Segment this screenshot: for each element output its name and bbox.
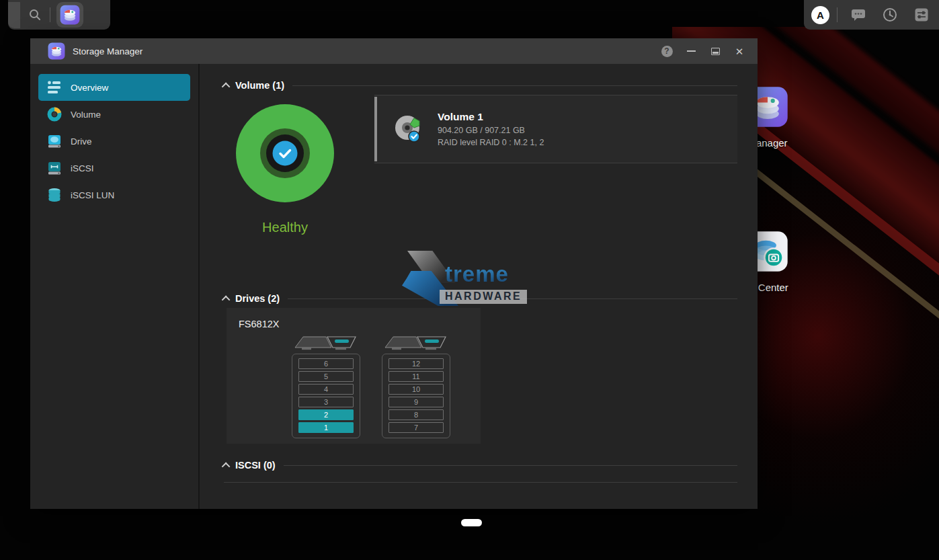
- volume-card[interactable]: Volume 1 904.20 GB / 907.21 GB RAID leve…: [374, 95, 737, 163]
- drive-icon: [46, 133, 63, 149]
- drive-slot[interactable]: 3: [298, 397, 354, 407]
- drive-slot[interactable]: 7: [389, 422, 444, 433]
- sidebar-item-label: iSCSI: [71, 163, 94, 173]
- section-divider: [292, 85, 737, 86]
- health-donut-chart: [236, 104, 334, 202]
- storage-manager-app-icon: [48, 42, 65, 60]
- close-icon: ✕: [735, 46, 744, 56]
- drive-slot[interactable]: 2: [298, 409, 354, 420]
- taskbar-divider: [837, 7, 838, 22]
- window-titlebar[interactable]: Storage Manager ? ✕: [30, 38, 758, 64]
- volume-health-summary: Healthy: [224, 92, 346, 235]
- taskbar-right-cluster: A: [804, 0, 939, 30]
- drive-slot[interactable]: 1: [298, 422, 354, 433]
- maximize-button[interactable]: [705, 42, 725, 60]
- sidebar-item-label: iSCSI LUN: [71, 190, 114, 200]
- health-status-label: Healthy: [262, 220, 308, 235]
- iscsi-lun-cylinder-icon: [46, 187, 63, 203]
- volume-section-header[interactable]: Volume (1): [224, 80, 737, 91]
- chevron-up-icon: [222, 462, 231, 471]
- sidebar-item-label: Drive: [71, 136, 92, 147]
- drive-enclosure-2: 12 11 10 9 8 7: [381, 335, 451, 438]
- main-content: Volume (1) Healthy: [200, 64, 758, 509]
- drive-slot[interactable]: 12: [389, 358, 444, 369]
- section-title: ISCSI (0): [235, 460, 276, 471]
- minimize-icon: [687, 50, 696, 52]
- volume-donut-icon: [46, 106, 63, 122]
- volume-capacity: 904.20 GB / 907.21 GB: [438, 126, 544, 135]
- section-divider: [288, 298, 737, 299]
- checkmark-icon: [278, 148, 292, 159]
- taskbar-divider: [50, 7, 50, 22]
- minimize-button[interactable]: [681, 42, 701, 60]
- sidebar-item-volume[interactable]: Volume: [38, 101, 190, 128]
- drive-slot[interactable]: 4: [298, 384, 354, 395]
- system-monitor-icon: [883, 7, 897, 22]
- drive-slot[interactable]: 8: [389, 409, 444, 420]
- volume-disc-icon: [392, 112, 425, 146]
- sliders-icon: [914, 7, 929, 22]
- enclosure-chassis-icon: [292, 335, 360, 352]
- taskbar-edge-tab: [8, 2, 20, 28]
- help-icon: ?: [661, 46, 673, 57]
- sidebar: Overview Volume: [30, 64, 200, 509]
- drive-enclosure-1: 6 5 4 3 2 1: [291, 335, 361, 438]
- drive-slot[interactable]: 9: [389, 397, 444, 407]
- sidebar-item-iscsi-lun[interactable]: iSCSI LUN: [38, 182, 190, 208]
- drives-panel: FS6812X 6: [227, 308, 481, 444]
- search-icon: [28, 8, 42, 22]
- user-avatar[interactable]: A: [811, 6, 829, 24]
- sidebar-item-label: Volume: [71, 110, 101, 120]
- search-button[interactable]: [20, 0, 50, 30]
- drive-slot[interactable]: 6: [298, 358, 354, 369]
- sidebar-item-iscsi[interactable]: iSCSI: [38, 155, 190, 182]
- system-monitor-button[interactable]: [880, 6, 900, 24]
- taskbar-storage-manager-button[interactable]: [56, 2, 83, 28]
- drive-slot[interactable]: 10: [389, 384, 444, 395]
- storage-manager-app-icon: [60, 5, 80, 25]
- drives-section-header[interactable]: Drives (2): [224, 293, 737, 304]
- volume-name: Volume 1: [438, 111, 544, 123]
- sidebar-item-drive[interactable]: Drive: [38, 128, 190, 155]
- close-button[interactable]: ✕: [729, 42, 749, 60]
- window-title: Storage Manager: [73, 46, 142, 56]
- drive-slot[interactable]: 5: [298, 371, 354, 382]
- drive-bay-stack: 6 5 4 3 2 1: [292, 354, 360, 438]
- drive-slot[interactable]: 11: [389, 371, 444, 382]
- enclosure-chassis-icon: [382, 335, 450, 352]
- sidebar-item-label: Overview: [71, 83, 108, 93]
- taskbar-home-pill[interactable]: [461, 519, 482, 526]
- drive-bay-stack: 12 11 10 9 8 7: [382, 354, 450, 438]
- section-divider: [284, 465, 737, 466]
- chevron-up-icon: [222, 82, 231, 91]
- maximize-icon: [711, 48, 720, 55]
- iscsi-section-header[interactable]: ISCSI (0): [224, 460, 737, 471]
- notifications-button[interactable]: [848, 6, 868, 24]
- preferences-button[interactable]: [911, 6, 932, 24]
- overview-icon: [46, 79, 63, 95]
- iscsi-icon: [46, 160, 63, 176]
- section-divider: [224, 482, 737, 483]
- nas-model-label: FS6812X: [239, 319, 468, 329]
- volume-raid-level: RAID level RAID 0 : M.2 1, 2: [438, 138, 544, 147]
- chevron-up-icon: [222, 295, 231, 304]
- taskbar-left-cluster: [8, 0, 110, 30]
- health-check-badge: [273, 141, 298, 166]
- storage-manager-window: Storage Manager ? ✕ Overview: [30, 38, 758, 509]
- volume-card-accent-bar: [374, 97, 377, 161]
- section-title: Drives (2): [235, 293, 280, 304]
- section-title: Volume (1): [235, 80, 284, 91]
- sidebar-item-overview[interactable]: Overview: [38, 74, 190, 101]
- chat-bubble-icon: [851, 8, 866, 22]
- help-button[interactable]: ?: [657, 42, 677, 60]
